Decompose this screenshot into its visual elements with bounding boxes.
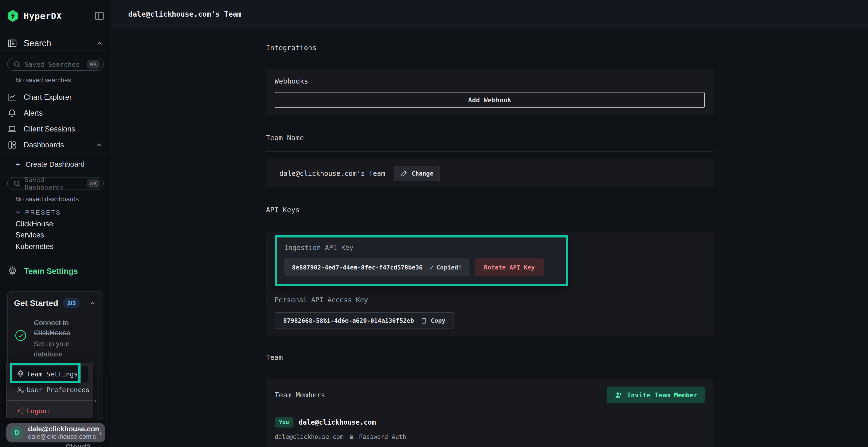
user-gear-icon [16,385,27,394]
sidebar-item-label: Alerts [24,109,43,117]
personal-key-pill[interactable]: 87982668-58b1-4d6e-a620-014a136f52eb Cop… [275,312,454,329]
section-divider [266,60,713,60]
pencil-icon [401,170,408,177]
sidebar-item-chart-explorer[interactable]: Chart Explorer [0,89,112,105]
sidebar-item-label: Dashboards [24,141,64,149]
presets-label: PRESETS [25,209,61,216]
main-area: dale@clickhouse.com's Team Integrations … [112,0,868,447]
app-name: HyperDX [24,11,62,21]
you-badge: You [275,417,293,427]
plus-icon: + [16,160,20,169]
gear-icon [16,370,27,378]
collapse-sidebar-icon[interactable] [94,10,105,21]
preset-item-kubernetes[interactable]: Kubernetes [16,241,54,252]
clipped-cloud-text: Cloud? [66,443,90,447]
webhooks-card: Webhooks Add Webhook [266,69,713,115]
member-name: dale@clickhouse.com [299,418,376,426]
logout-icon [16,407,27,415]
presets-toggle[interactable]: PRESETS [14,208,61,217]
sidebar-divider [0,50,111,51]
dashboard-grid-icon [7,140,17,150]
personal-key-label: Personal API Access Key [275,296,705,304]
section-heading-team-name: Team Name [266,133,713,142]
section-divider [266,224,713,224]
create-dashboard-button[interactable]: + Create Dashboard [16,158,85,170]
no-saved-searches-note: No saved searches [16,77,71,84]
team-members-card: Team Members Invite Team Member You dale… [266,379,713,447]
person-plus-icon [614,391,623,399]
chevron-up-icon[interactable] [89,299,96,307]
sidebar-item-team-settings[interactable]: Team Settings [7,265,78,278]
search-icon [13,61,21,68]
shortcut-badge: ⌘K [87,179,100,188]
invite-team-member-button[interactable]: Invite Team Member [607,386,705,403]
page-title: dale@clickhouse.com's Team [128,10,242,18]
progress-badge: 2/3 [63,298,80,308]
menu-item-logout[interactable]: Logout [6,403,93,419]
team-member-row: You dale@clickhouse.com dale@clickhouse.… [266,411,713,447]
menu-item-label: User Preferences [27,386,89,393]
chevron-up-icon[interactable] [95,141,103,149]
change-team-name-button[interactable]: Change [394,166,440,181]
search-section-icon [7,38,18,48]
chart-icon [7,93,17,102]
check-icon: ✓ [430,264,434,271]
change-button-label: Change [411,170,433,177]
lock-icon [348,434,355,440]
sidebar-item-dashboards[interactable]: Dashboards [0,137,112,153]
chevron-right-icon: › [99,428,102,438]
sidebar-item-label: Chart Explorer [24,93,72,102]
team-members-title: Team Members [275,391,325,399]
sidebar-item-label: Client Sessions [24,125,75,133]
personal-key-value: 87982668-58b1-4d6e-a620-014a136f52eb [283,317,414,324]
user-name: dale@clickhouse.com [28,425,99,433]
create-dashboard-label: Create Dashboard [26,160,85,168]
api-keys-card: Ingestion API Key 8e887902-4ed7-44ea-8fe… [266,232,713,336]
saved-searches-placeholder: Saved Searches [25,61,80,68]
bell-icon [7,108,17,118]
menu-divider [6,400,93,401]
sidebar-item-alerts[interactable]: Alerts [0,105,112,121]
user-subtitle: dale@clickhouse.com's [28,433,99,441]
member-auth-type: Password Auth [359,433,406,440]
topbar: dale@clickhouse.com's Team [112,0,868,28]
search-section-label: Search [24,38,51,48]
gear-icon [7,266,18,276]
sidebar-item-client-sessions[interactable]: Client Sessions [0,121,112,137]
team-settings-label: Team Settings [24,267,78,276]
sidebar-divider [0,153,111,153]
preset-item-services[interactable]: Services [16,230,44,241]
section-heading-integrations: Integrations [266,43,713,52]
copy-label: Copy [431,317,445,324]
get-started-step-connect[interactable]: Connect to ClickHouse Set up your databa… [14,318,96,369]
sidebar: HyperDX Search Saved Searches ⌘K No save… [0,0,112,447]
copy-button[interactable]: Copy [420,317,445,324]
get-started-title: Get Started [14,299,58,308]
laptop-icon [7,124,17,134]
sidebar-section-search[interactable]: Search [7,37,104,50]
preset-item-clickhouse[interactable]: ClickHouse [16,218,53,230]
team-name-value: dale@clickhouse.com's Team [279,170,385,177]
hyperdx-logo-icon [7,10,18,22]
member-email: dale@clickhouse.com [275,433,344,440]
chevron-down-icon [14,209,21,216]
invite-button-label: Invite Team Member [627,391,698,399]
app-logo-row: HyperDX [7,9,105,23]
chevron-up-icon[interactable] [95,39,104,47]
saved-dashboards-input[interactable]: Saved Dashboards ⌘K [7,177,104,190]
shortcut-badge: ⌘K [87,60,100,69]
rotate-api-key-button[interactable]: Rotate API Key [475,259,544,276]
user-account-button[interactable]: D dale@clickhouse.com dale@clickhouse.co… [6,423,105,442]
menu-item-team-settings[interactable]: Team Settings [11,366,88,382]
section-heading-api-keys: API Keys [266,205,713,214]
menu-item-user-preferences[interactable]: User Preferences [6,382,93,398]
menu-item-label: Team Settings [27,370,78,378]
saved-searches-input[interactable]: Saved Searches ⌘K [7,58,104,71]
search-icon [13,180,21,187]
avatar: D [10,426,24,440]
ingestion-key-pill[interactable]: 8e887902-4ed7-44ea-8fec-f47cd578be36 ✓ C… [284,259,469,276]
section-divider [266,371,713,371]
add-webhook-button[interactable]: Add Webhook [275,92,705,108]
menu-item-label: Logout [27,407,51,415]
no-saved-dashboards-note: No saved dashboards [16,196,79,203]
